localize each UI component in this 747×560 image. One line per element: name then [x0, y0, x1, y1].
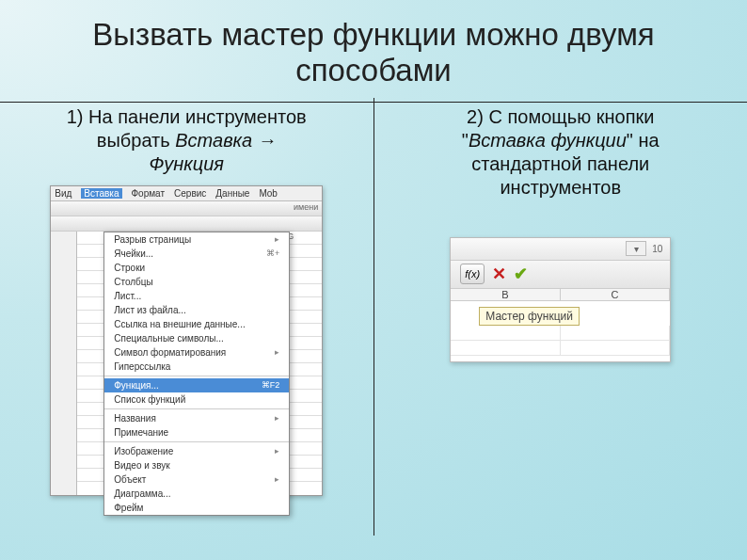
menu-item-function[interactable]: Функция...⌘F2	[104, 378, 289, 392]
columns-container: 1) На панели инструментов выбрать Вставк…	[0, 98, 747, 536]
screenshot-toolbar: ▾ 10 f(x) ✕ ✔ B C Мастер функций	[450, 237, 671, 362]
toolbar-row-1: имени	[51, 201, 322, 216]
menu-data[interactable]: Данные	[215, 188, 249, 199]
menu-item-rows[interactable]: Строки	[104, 261, 289, 275]
toolbar-dropdown-small[interactable]: ▾	[626, 241, 646, 256]
col2-description: 2) С помощью кнопки "Вставка функции" на…	[391, 105, 731, 200]
column-header-c[interactable]: C	[561, 289, 671, 300]
menubar: Вид Вставка Формат Сервис Данные Mob	[51, 186, 322, 201]
menu-item-page-break[interactable]: Разрыв страницы▸	[104, 232, 289, 247]
menu-insert[interactable]: Вставка	[81, 188, 121, 199]
menu-item-sheet-from-file[interactable]: Лист из файла...	[104, 303, 289, 317]
menu-item-frame[interactable]: Фрейм	[104, 501, 289, 515]
col2-line4: инструментов	[500, 177, 621, 198]
col1-line1: 1) На панели инструментов	[67, 106, 307, 127]
submenu-arrow-icon: ▸	[275, 413, 279, 423]
col2-line1: 2) С помощью кнопки	[467, 106, 654, 127]
col2-line3: стандартной панели	[471, 153, 649, 174]
menu-separator	[104, 408, 289, 409]
menu-item-function-list[interactable]: Список функций	[104, 392, 289, 407]
menu-item-formatting-mark[interactable]: Символ форматирования▸	[104, 345, 289, 360]
submenu-arrow-icon: ▸	[275, 474, 279, 484]
submenu-arrow-icon: ▸	[275, 446, 279, 456]
fx-icon: f(x)	[465, 268, 480, 280]
menu-item-object[interactable]: Объект▸	[104, 472, 289, 487]
column-1: 1) На панели инструментов выбрать Вставк…	[0, 98, 374, 536]
col1-description: 1) На панели инструментов выбрать Вставк…	[17, 105, 357, 176]
menu-item-picture[interactable]: Изображение▸	[104, 444, 289, 458]
column-2: 2) С помощью кнопки "Вставка функции" на…	[374, 98, 748, 536]
col1-line2a: выбрать	[97, 130, 175, 151]
menu-item-names[interactable]: Названия▸	[104, 411, 289, 425]
menu-separator	[104, 441, 289, 442]
slide-title: Вызвать мастер функции можно двумя спосо…	[0, 0, 747, 98]
menu-item-hyperlink[interactable]: Гиперссылка	[104, 360, 289, 374]
col1-vstavka: Вставка →	[175, 130, 276, 151]
column-headers: B C	[451, 289, 670, 301]
toolbar-value: 10	[652, 244, 662, 254]
column-header-b[interactable]: B	[451, 289, 561, 300]
menu-format[interactable]: Формат	[132, 188, 166, 199]
accept-icon[interactable]: ✔	[514, 264, 528, 284]
col2-quote-close: " на	[627, 130, 660, 151]
row-header-gutter	[51, 232, 77, 495]
insert-dropdown: Разрыв страницы▸ Ячейки...⌘+ Строки Стол…	[103, 232, 290, 516]
col2-quote-open: "	[462, 130, 469, 151]
menu-mob[interactable]: Mob	[259, 188, 277, 199]
toolbar-label: имени	[294, 202, 318, 212]
menu-item-chart[interactable]: Диаграмма...	[104, 487, 289, 501]
shortcut-label: ⌘F2	[262, 380, 280, 390]
menu-item-external-link[interactable]: Ссылка на внешние данные...	[104, 317, 289, 331]
menu-item-columns[interactable]: Столбцы	[104, 275, 289, 289]
menu-item-sheet[interactable]: Лист...	[104, 289, 289, 303]
function-wizard-button[interactable]: f(x)	[460, 264, 485, 284]
tooltip-row: Мастер функций	[451, 301, 670, 326]
empty-grid-rows	[451, 326, 670, 356]
cancel-icon[interactable]: ✕	[492, 264, 506, 284]
col1-funktsiya: Функция	[149, 153, 224, 174]
menu-item-media[interactable]: Видео и звук	[104, 458, 289, 472]
spreadsheet-area: G Разрыв страницы▸ Ячейки...⌘+ Строки Ст…	[51, 232, 322, 495]
shortcut-label: ⌘+	[266, 248, 279, 258]
menu-item-cells[interactable]: Ячейки...⌘+	[104, 247, 289, 261]
upper-toolbar: ▾ 10	[451, 238, 670, 261]
submenu-arrow-icon: ▸	[275, 347, 279, 357]
formula-toolbar: f(x) ✕ ✔	[451, 261, 670, 289]
screenshot-menu: Вид Вставка Формат Сервис Данные Mob име…	[50, 185, 323, 496]
menu-tools[interactable]: Сервис	[174, 188, 206, 199]
menu-item-special-characters[interactable]: Специальные символы...	[104, 331, 289, 345]
toolbar-row-2	[51, 216, 322, 232]
submenu-arrow-icon: ▸	[275, 234, 279, 244]
col2-insert-function: Вставка функции	[469, 130, 627, 151]
tooltip-function-wizard: Мастер функций	[479, 307, 580, 326]
menu-view[interactable]: Вид	[55, 188, 72, 199]
menu-separator	[104, 376, 289, 376]
menu-item-comment[interactable]: Примечание	[104, 425, 289, 440]
